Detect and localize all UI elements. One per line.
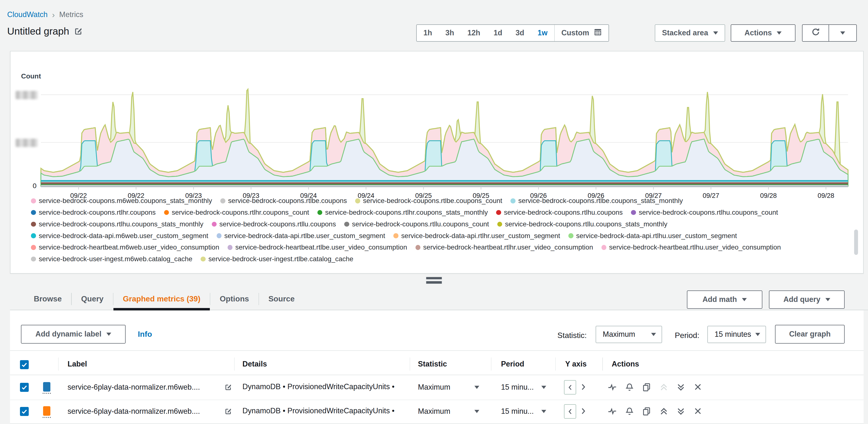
duplicate-icon[interactable]: [642, 383, 651, 392]
column-header-statistic[interactable]: Statistic: [418, 360, 447, 368]
column-header-details[interactable]: Details: [242, 360, 267, 368]
legend-color-dot: [510, 198, 515, 203]
row-period-dropdown[interactable]: [541, 410, 546, 413]
move-down-icon[interactable]: [676, 383, 685, 392]
color-picker-dots[interactable]: [42, 393, 51, 394]
move-up-icon[interactable]: [659, 407, 668, 416]
y-axis-left-toggle[interactable]: [564, 404, 576, 419]
period-label: Period:: [675, 331, 699, 340]
tab-source[interactable]: Source: [259, 288, 304, 310]
chevron-down-icon: [755, 333, 760, 336]
edit-title-icon[interactable]: [74, 27, 83, 35]
legend-item[interactable]: service-bedrock-coupons.rtllu.coupons_co…: [344, 220, 489, 228]
row-checkbox[interactable]: [20, 383, 29, 392]
column-header-period[interactable]: Period: [501, 360, 524, 368]
legend-item[interactable]: service-bedrock-heartbeat.rtlbe.user_vid…: [227, 244, 407, 251]
pulse-icon[interactable]: [608, 383, 617, 392]
add-query-dropdown[interactable]: Add query: [769, 290, 845, 309]
legend-item[interactable]: service-bedrock-coupons.rtllu.coupons_st…: [497, 220, 668, 228]
column-separator: [410, 358, 410, 371]
refresh-options-dropdown[interactable]: [829, 24, 857, 42]
calendar-icon: [594, 28, 602, 38]
row-period-dropdown[interactable]: [541, 386, 546, 389]
legend-label: service-bedrock-data-api.m6web.user_cust…: [39, 232, 208, 240]
legend-color-dot: [31, 233, 36, 238]
time-range-1w[interactable]: 1w: [531, 25, 554, 41]
tab-graphed-metrics-39[interactable]: Graphed metrics (39): [114, 288, 210, 310]
color-picker-dots[interactable]: [42, 417, 51, 418]
statistic-select[interactable]: Maximum: [596, 326, 662, 343]
column-header-actions[interactable]: Actions: [612, 360, 639, 368]
legend-item[interactable]: service-bedrock-coupons.rtllu.coupons: [212, 220, 336, 228]
time-range-1d[interactable]: 1d: [487, 25, 509, 41]
pane-resize-handle[interactable]: [426, 277, 442, 285]
legend-item[interactable]: service-bedrock-data-api.rtlhu.user_cust…: [568, 232, 737, 240]
legend-item[interactable]: service-bedrock-coupons.m6web.coupons_st…: [31, 198, 212, 205]
metric-color-swatch[interactable]: [43, 382, 51, 392]
legend-item[interactable]: service-bedrock-heartbeat.m6web.user_vid…: [31, 244, 219, 251]
duplicate-icon[interactable]: [642, 407, 651, 416]
y-axis-left-toggle[interactable]: [564, 380, 576, 395]
legend-item[interactable]: service-bedrock-coupons.rtlhr.coupons_co…: [164, 208, 309, 217]
tab-browse[interactable]: Browse: [24, 288, 71, 310]
legend-item[interactable]: service-bedrock-data-api.m6web.user_cust…: [31, 232, 208, 240]
time-range-1h[interactable]: 1h: [417, 25, 439, 41]
legend-item[interactable]: service-bedrock-heartbeat.rtlhu.user_vid…: [601, 244, 781, 251]
legend-scrollbar[interactable]: [854, 230, 858, 255]
remove-icon[interactable]: [694, 407, 702, 415]
legend-item[interactable]: service-bedrock-data-api.rtlbe.user_cust…: [217, 232, 385, 240]
legend-item[interactable]: service-bedrock-user-ingest.rtlbe.catalo…: [200, 255, 353, 263]
row-statistic-dropdown[interactable]: [474, 386, 479, 389]
legend-item[interactable]: service-bedrock-coupons.rtlbe.coupons_st…: [510, 198, 683, 205]
legend-item[interactable]: service-bedrock-data-api.rtlhr.user_cust…: [393, 232, 560, 240]
column-header-y-axis[interactable]: Y axis: [565, 360, 587, 368]
tab-query[interactable]: Query: [72, 288, 113, 310]
legend-color-dot: [496, 210, 501, 215]
clear-graph-button[interactable]: Clear graph: [775, 325, 845, 344]
custom-time-range-button[interactable]: Custom: [555, 25, 609, 41]
legend-item[interactable]: service-bedrock-heartbeat.rtlhr.user_vid…: [415, 244, 593, 251]
tab-options[interactable]: Options: [210, 288, 258, 310]
add-math-dropdown[interactable]: Add math: [687, 290, 762, 309]
row-checkbox[interactable]: [20, 407, 29, 416]
actions-dropdown[interactable]: Actions: [731, 24, 796, 42]
bell-icon[interactable]: [625, 383, 634, 392]
metric-details[interactable]: DynamoDB • ProvisionedWriteCapacityUnits…: [242, 382, 395, 391]
legend-item[interactable]: service-bedrock-coupons.rtlbe.coupons_co…: [355, 198, 502, 205]
time-range-12h[interactable]: 12h: [461, 25, 487, 41]
legend-item[interactable]: service-bedrock-coupons.rtlhu.coupons_st…: [31, 220, 203, 228]
refresh-button[interactable]: [802, 24, 829, 42]
time-range-3h[interactable]: 3h: [439, 25, 461, 41]
legend-item[interactable]: service-bedrock-coupons.rtlbe.coupons: [220, 198, 347, 205]
select-all-checkbox[interactable]: [20, 360, 29, 369]
edit-label-icon[interactable]: [225, 384, 232, 391]
legend-color-dot: [497, 222, 502, 227]
bell-icon[interactable]: [625, 407, 634, 416]
add-dynamic-label-dropdown[interactable]: Add dynamic label: [21, 325, 126, 344]
time-range-3d[interactable]: 3d: [509, 25, 531, 41]
legend-item[interactable]: service-bedrock-coupons.rtlhu.coupons: [496, 208, 623, 217]
y-axis-right-toggle[interactable]: [579, 383, 587, 391]
column-header-label[interactable]: Label: [67, 360, 87, 368]
metric-details[interactable]: DynamoDB • ProvisionedWriteCapacityUnits…: [242, 406, 395, 415]
legend-item[interactable]: service-bedrock-coupons.rtlhr.coupons_st…: [317, 208, 488, 217]
legend-item[interactable]: service-bedrock-coupons.rtlhu.coupons_co…: [631, 208, 778, 217]
breadcrumb-cloudwatch-link[interactable]: CloudWatch: [7, 10, 48, 19]
y-axis-title: Count: [21, 72, 41, 80]
pulse-icon[interactable]: [608, 407, 617, 416]
move-down-icon[interactable]: [676, 407, 685, 416]
move-up-icon[interactable]: [659, 383, 668, 392]
period-select[interactable]: 15 minutes: [707, 326, 766, 343]
info-link[interactable]: Info: [138, 330, 152, 339]
stacked-area-chart[interactable]: 09/2209/2209/2309/2309/2409/2409/2509/25…: [39, 83, 850, 201]
y-axis-right-toggle[interactable]: [579, 407, 587, 415]
row-statistic-dropdown[interactable]: [474, 410, 479, 413]
legend-item[interactable]: service-bedrock-coupons.rtlhr.coupons: [31, 208, 156, 217]
chevron-down-icon: [826, 298, 830, 301]
legend-item[interactable]: service-bedrock-user-ingest.m6web.catalo…: [31, 255, 192, 263]
edit-label-icon[interactable]: [225, 408, 232, 415]
metric-color-swatch[interactable]: [43, 406, 51, 416]
column-separator: [555, 358, 556, 371]
remove-icon[interactable]: [694, 383, 702, 391]
chart-type-dropdown[interactable]: Stacked area: [655, 24, 725, 42]
